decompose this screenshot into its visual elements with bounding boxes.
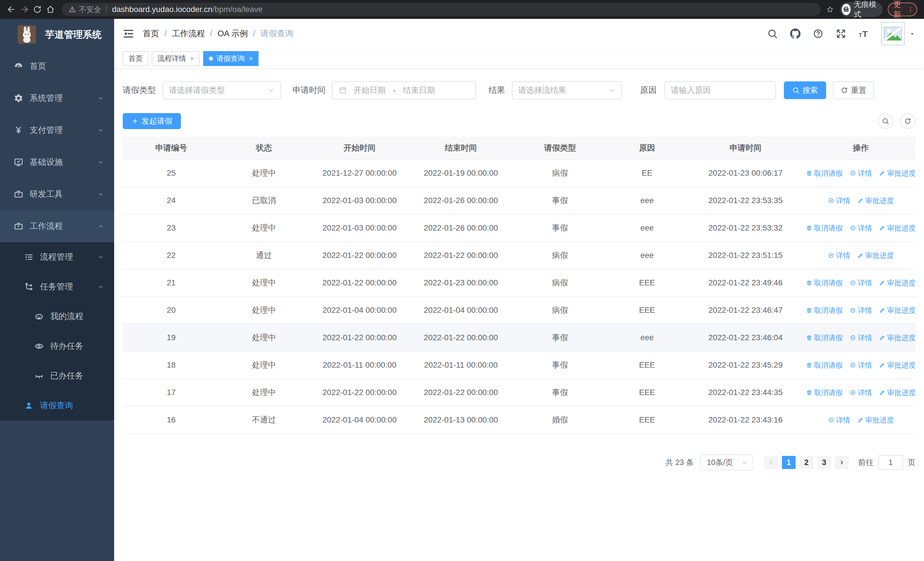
search-button[interactable]: 搜索 — [784, 81, 826, 99]
search-icon[interactable] — [767, 28, 778, 39]
action-detail[interactable]: 详情 — [828, 415, 850, 425]
insecure-warning-icon — [69, 6, 76, 13]
result-select[interactable]: 请选择流结果 — [512, 81, 622, 99]
action-cancel[interactable]: 取消请假 — [806, 223, 843, 233]
sidebar-item-system[interactable]: 系统管理 — [0, 82, 114, 114]
action-progress[interactable]: 审批进度 — [879, 223, 916, 233]
action-detail[interactable]: 详情 — [849, 388, 872, 397]
action-detail[interactable]: 详情 — [849, 305, 872, 315]
app-logo[interactable]: 芋道管理系统 — [0, 19, 114, 50]
refresh-table-button[interactable] — [900, 113, 915, 129]
prev-page-button[interactable] — [764, 456, 778, 469]
action-detail[interactable]: 详情 — [849, 278, 872, 288]
goto-page-input[interactable] — [878, 455, 903, 470]
address-bar[interactable]: 不安全 dashboard.yudao.iocoder.cn /bpm/oa/l… — [62, 3, 821, 16]
apply-time-range-picker[interactable]: 开始日期 - 结束日期 — [332, 81, 476, 99]
page-button-1[interactable]: 1 — [782, 456, 796, 469]
action-progress[interactable]: 审批进度 — [879, 361, 916, 370]
page-button-3[interactable]: 3 — [817, 456, 831, 469]
row-actions: 取消请假详情审批进度 — [806, 223, 915, 233]
sidebar-item-task-mgmt[interactable]: 任务管理 — [0, 272, 114, 302]
page-size-select[interactable]: 10条/页 — [700, 454, 753, 471]
sidebar-item-process-mgmt[interactable]: 流程管理 — [0, 242, 114, 272]
next-page-button[interactable] — [835, 456, 849, 469]
action-cancel[interactable]: 取消请假 — [806, 361, 843, 370]
action-detail[interactable]: 详情 — [828, 196, 850, 205]
reset-button[interactable]: 重置 — [833, 81, 874, 99]
trash-icon — [806, 334, 812, 341]
browser-reload-icon[interactable] — [33, 4, 42, 15]
cell-id: 18 — [123, 351, 220, 379]
trash-icon — [806, 307, 812, 314]
action-cancel[interactable]: 取消请假 — [806, 333, 843, 343]
avatar[interactable] — [881, 22, 904, 45]
reason-input[interactable] — [664, 81, 776, 99]
sidebar-item-home[interactable]: 首页 — [0, 50, 114, 82]
fullscreen-icon[interactable] — [836, 28, 846, 39]
action-label: 审批进度 — [887, 168, 916, 178]
close-icon[interactable]: × — [190, 54, 194, 63]
cell-status: 已取消 — [220, 187, 308, 214]
action-progress[interactable]: 审批进度 — [879, 305, 916, 315]
action-cancel[interactable]: 取消请假 — [806, 305, 843, 315]
browser-back-icon[interactable] — [7, 4, 16, 15]
action-detail[interactable]: 详情 — [849, 361, 872, 370]
page-suffix-label: 页 — [908, 457, 915, 468]
github-icon[interactable] — [790, 28, 801, 39]
chevron-down-icon — [97, 126, 105, 134]
browser-forward-icon[interactable] — [20, 4, 29, 15]
fontsize-icon[interactable]: TT — [858, 28, 869, 39]
create-leave-button[interactable]: 发起请假 — [123, 113, 181, 129]
tab-home[interactable]: 首页 — [123, 51, 148, 66]
action-progress[interactable]: 审批进度 — [879, 278, 916, 288]
action-detail[interactable]: 详情 — [828, 251, 850, 260]
browser-menu-icon[interactable] — [908, 5, 914, 14]
action-cancel[interactable]: 取消请假 — [806, 168, 843, 178]
browser-home-icon[interactable] — [46, 4, 55, 15]
action-progress[interactable]: 审批进度 — [857, 251, 894, 260]
sidebar-collapse-icon[interactable] — [123, 28, 134, 39]
action-detail[interactable]: 详情 — [849, 333, 872, 343]
sidebar-item-infra[interactable]: 基础设施 — [0, 146, 114, 178]
sidebar-item-workflow[interactable]: 工作流程 — [0, 210, 114, 242]
sidebar-menu: 首页系统管理支付管理基础设施研发工具工作流程流程管理任务管理我的流程待办任务已办… — [0, 50, 114, 561]
breadcrumb-item: 请假查询 — [261, 28, 294, 39]
action-cancel[interactable]: 取消请假 — [806, 388, 843, 397]
page-button-2[interactable]: 2 — [800, 456, 813, 469]
tab-leave-query[interactable]: 请假查询× — [203, 51, 258, 66]
incognito-badge: 无痕模式 — [840, 2, 883, 17]
sidebar-item-done-tasks[interactable]: 已办任务 — [0, 361, 114, 391]
action-detail[interactable]: 详情 — [849, 223, 872, 233]
action-progress[interactable]: 审批进度 — [879, 388, 916, 397]
user-menu-caret-icon[interactable] — [909, 30, 915, 37]
tab-process-detail[interactable]: 流程详情× — [152, 51, 200, 66]
action-detail[interactable]: 详情 — [849, 168, 872, 178]
action-progress[interactable]: 审批进度 — [879, 168, 916, 178]
bookmark-star-icon[interactable] — [826, 5, 834, 14]
breadcrumb-item[interactable]: 工作流程 — [172, 28, 205, 39]
breadcrumb-item[interactable]: 首页 — [142, 28, 159, 39]
sidebar-item-label: 请假查询 — [40, 400, 73, 411]
leave-type-select[interactable]: 请选择请假类型 — [163, 81, 281, 99]
close-icon[interactable]: × — [249, 54, 253, 63]
cell-type: 病假 — [511, 269, 609, 296]
view-icon — [849, 280, 856, 286]
sidebar-item-devtools[interactable]: 研发工具 — [0, 178, 114, 210]
sidebar-item-label: 流程管理 — [40, 251, 73, 263]
action-progress[interactable]: 审批进度 — [857, 196, 894, 205]
sidebar-item-payment[interactable]: 支付管理 — [0, 114, 114, 146]
browser-update-button[interactable]: 更新 — [888, 3, 917, 16]
sidebar-item-todo-tasks[interactable]: 待办任务 — [0, 331, 114, 361]
breadcrumb-item[interactable]: OA 示例 — [218, 28, 248, 39]
sidebar-item-leave-query[interactable]: 请假查询 — [0, 391, 114, 420]
trash-icon — [806, 225, 812, 232]
action-progress[interactable]: 审批进度 — [857, 415, 894, 425]
action-cancel[interactable]: 取消请假 — [806, 278, 843, 288]
action-label: 详情 — [858, 223, 872, 233]
chevron-down-icon — [97, 95, 105, 102]
action-progress[interactable]: 审批进度 — [879, 333, 916, 343]
hide-search-button[interactable] — [878, 113, 893, 129]
view-icon — [849, 390, 856, 396]
sidebar-item-my-process[interactable]: 我的流程 — [0, 302, 114, 331]
question-icon[interactable] — [813, 28, 824, 39]
